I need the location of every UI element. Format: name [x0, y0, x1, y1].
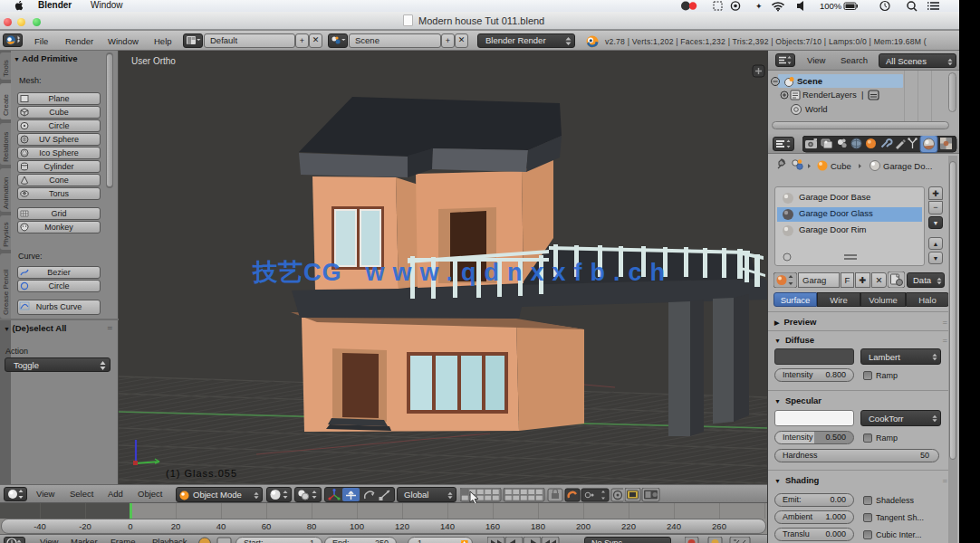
svg-text:100%: 100% — [820, 1, 842, 11]
svg-text:220: 220 — [621, 521, 636, 531]
svg-text:240: 240 — [667, 521, 681, 531]
svg-text:260: 260 — [712, 521, 726, 531]
svg-text:60: 60 — [262, 521, 272, 531]
svg-text:80: 80 — [307, 521, 317, 531]
svg-text:180: 180 — [531, 521, 545, 531]
svg-text:-40: -40 — [34, 521, 46, 531]
svg-text:120: 120 — [395, 521, 409, 531]
svg-text:(1) Glass.055: (1) Glass.055 — [166, 468, 237, 479]
svg-text:140: 140 — [440, 521, 455, 531]
svg-text:User Ortho: User Ortho — [131, 56, 176, 66]
svg-text:Cube: Cube — [831, 161, 851, 171]
svg-text:200: 200 — [576, 521, 591, 531]
svg-text:40: 40 — [216, 521, 226, 531]
svg-text:20: 20 — [171, 521, 181, 531]
svg-text:-20: -20 — [79, 521, 91, 531]
svg-text:Garage Do...: Garage Do... — [883, 161, 932, 171]
svg-text:0: 0 — [128, 521, 132, 531]
svg-text:160: 160 — [485, 521, 500, 531]
svg-text:100: 100 — [350, 521, 364, 531]
svg-text:✦: ✦ — [755, 2, 763, 11]
